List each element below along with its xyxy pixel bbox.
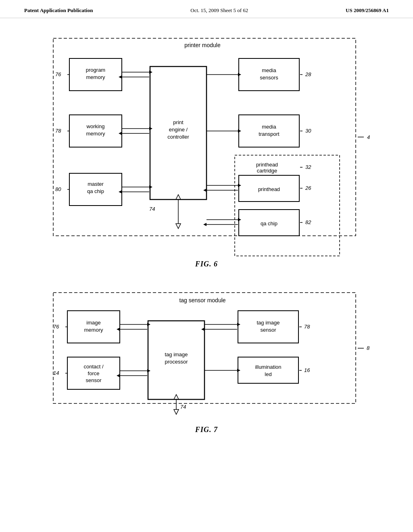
printer-module-label: printer module (184, 42, 221, 48)
program-memory-label: program (86, 67, 105, 73)
ref-76-1: 76 (55, 71, 61, 77)
ref-30: 30 (305, 128, 311, 134)
media-sensors-label1: media (262, 67, 276, 73)
arrow-mqa-pe-left (119, 190, 122, 193)
ref-82: 82 (305, 219, 311, 225)
image-memory-label2: memory (84, 327, 103, 333)
ref-16: 16 (304, 367, 310, 373)
arrow-pm-pe-left (119, 75, 122, 79)
media-transport-label1: media (262, 124, 276, 130)
illumination-led-label2: led (265, 371, 271, 377)
arrow-cf-tip-left (117, 374, 120, 377)
arrow-tip-tis-right (237, 323, 240, 326)
arrow7-bottom-up (174, 395, 179, 399)
ref-78: 78 (55, 128, 61, 134)
print-engine-label3: controller (167, 134, 189, 140)
header-left: Patent Application Publication (24, 7, 93, 14)
diagram-wrapper: printer module 4 program memory 76 worki… (24, 30, 389, 434)
media-transport-label2: transport (259, 131, 280, 137)
arrow-pe-mt (238, 129, 241, 133)
fig6-svg: printer module 4 program memory 76 worki… (41, 30, 372, 256)
printhead-cartridge-border (235, 155, 340, 256)
illumination-led-box (238, 357, 298, 383)
figure-7: tag sensor module 8 image memory 76 cont… (24, 285, 389, 434)
print-engine-box (150, 66, 206, 200)
arrow-pm-pe-right (149, 71, 152, 74)
master-qa-chip-label2: qa chip (87, 188, 104, 194)
media-sensors-label2: sensors (260, 75, 278, 81)
fig7-caption: FIG. 7 (195, 426, 218, 434)
arrow-pe-ph-right (238, 184, 241, 187)
working-memory-label: working (86, 123, 105, 129)
header-right: US 2009/256869 A1 (346, 7, 389, 14)
contact-force-label1: contact / (83, 364, 104, 370)
ref-80: 80 (55, 186, 61, 192)
image-memory-label1: image (86, 320, 100, 326)
arrow-bottom-up (176, 195, 181, 200)
working-memory-label2: memory (86, 131, 105, 137)
tag-image-sensor-label2: sensor (260, 327, 276, 333)
tag-image-sensor-label1: tag image (257, 320, 280, 326)
arrow-cf-tip-right (147, 369, 150, 372)
tag-image-processor-label2: processor (165, 359, 188, 365)
ref-74-fig7: 74 (180, 404, 186, 410)
master-qa-chip-label: master (88, 181, 104, 187)
arrow-pe-ms (238, 73, 241, 76)
printhead-cartridge-label2: cartridge (257, 168, 277, 174)
patent-header: Patent Application Publication Oct. 15, … (0, 0, 413, 18)
arrow-im-tip-left (117, 328, 120, 331)
arrow-wm-pe-left (119, 132, 122, 135)
arrow-pe-qac-right (238, 218, 241, 221)
print-engine-label1: print (173, 119, 184, 125)
fig6-caption: FIG. 6 (195, 260, 218, 268)
arrow-pe-qac-left (203, 223, 206, 226)
arrow-mqa-pe-right (149, 185, 152, 189)
arrow-tip-il (237, 369, 240, 372)
ref-78-2: 78 (304, 324, 310, 330)
arrow-wm-pe-right (149, 127, 152, 130)
ref-32: 32 (305, 164, 311, 170)
ref-8: 8 (367, 345, 370, 351)
content-area: printer module 4 program memory 76 worki… (0, 18, 413, 446)
ref-14: 14 (53, 370, 59, 376)
arrow-im-tip-right (147, 323, 150, 326)
fig7-svg: tag sensor module 8 image memory 76 cont… (41, 285, 372, 422)
contact-force-label3: sensor (86, 377, 102, 383)
printhead-cartridge-label: printhead (256, 162, 278, 168)
tag-sensor-module-label: tag sensor module (179, 297, 225, 303)
ref-76-2: 76 (53, 324, 59, 330)
print-engine-label2: engine / (169, 127, 188, 133)
arrow-pe-ph-left (203, 189, 206, 192)
contact-force-label2: force (88, 370, 100, 376)
illumination-led-label1: illumination (255, 364, 281, 370)
arrow7-bottom-down (174, 409, 179, 414)
printhead-label: printhead (258, 186, 280, 192)
arrow-tip-tis-left (201, 328, 204, 331)
tag-image-processor-label1: tag image (165, 351, 188, 357)
arrow-bottom-down (176, 224, 181, 229)
ref-28: 28 (305, 71, 311, 77)
ref-26: 26 (305, 185, 311, 191)
ref-74-fig6: 74 (149, 206, 155, 212)
figure-6: printer module 4 program memory 76 worki… (24, 30, 389, 268)
ref-4: 4 (367, 134, 370, 140)
program-memory-label2: memory (86, 74, 105, 80)
header-center: Oct. 15, 2009 Sheet 5 of 62 (190, 7, 248, 14)
qa-chip-label: qa chip (261, 220, 277, 227)
